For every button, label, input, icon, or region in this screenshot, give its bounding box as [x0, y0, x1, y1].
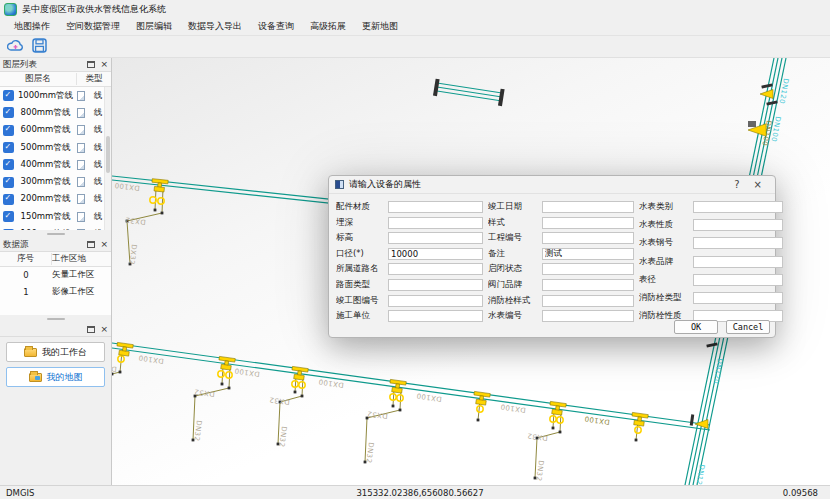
menu-item[interactable]: 地图操作 — [6, 18, 58, 35]
close-panel-icon[interactable]: × — [100, 325, 108, 334]
close-panel-icon[interactable]: × — [100, 240, 108, 249]
hydrant-symbol[interactable] — [473, 391, 491, 405]
layer-row[interactable]: 400mm管线线 — [0, 156, 111, 173]
layer-row[interactable]: 100mm管线线 — [0, 225, 111, 230]
layer-visibility-checkbox[interactable] — [3, 142, 14, 153]
hydrant-symbol[interactable] — [760, 90, 773, 99]
field-input[interactable] — [693, 237, 783, 249]
layer-visibility-checkbox[interactable] — [3, 90, 14, 101]
float-panel-icon[interactable] — [87, 241, 95, 248]
panel-splitter[interactable] — [0, 315, 111, 323]
layer-visibility-checkbox[interactable] — [3, 125, 14, 136]
map-label: DN120 — [712, 358, 724, 385]
dialog-field-row: 标高 — [336, 232, 483, 244]
layer-row[interactable]: 300mm管线线 — [0, 173, 111, 190]
field-label: 消防栓类型 — [639, 292, 693, 304]
layer-row[interactable]: 800mm管线线 — [0, 104, 111, 121]
field-input[interactable] — [693, 201, 783, 213]
layer-doc-icon — [77, 177, 85, 187]
pipeline[interactable] — [112, 343, 710, 425]
field-input[interactable] — [542, 232, 634, 244]
menu-bar: 地图操作空间数据管理图层编辑数据导入导出设备查询高级拓展更新地图 — [0, 18, 830, 36]
title-bar: 吴中度假区市政供水管线信息化系统 — [0, 0, 830, 18]
layer-name: 200mm管线 — [14, 193, 77, 205]
layer-doc-icon — [77, 125, 85, 135]
field-input[interactable] — [542, 263, 634, 275]
close-panel-icon[interactable]: × — [100, 60, 108, 69]
datasource-row[interactable]: 0矢量工作区 — [0, 267, 111, 284]
my-map-button[interactable]: 我的地图 — [6, 367, 105, 387]
field-input[interactable] — [388, 263, 483, 275]
menu-item[interactable]: 设备查询 — [250, 18, 302, 35]
layer-visibility-checkbox[interactable] — [3, 211, 14, 222]
dialog-close-button[interactable]: × — [747, 179, 769, 190]
layer-scrollbar[interactable] — [104, 87, 111, 230]
field-input[interactable] — [388, 310, 483, 322]
dialog-field-row: 水表品牌 — [639, 256, 783, 268]
field-input[interactable] — [542, 295, 634, 307]
app-icon — [4, 3, 17, 16]
dialog-help-button[interactable]: ? — [727, 179, 746, 190]
layer-visibility-checkbox[interactable] — [3, 194, 14, 205]
column-workspace: 工作区地 — [52, 253, 111, 265]
field-input[interactable] — [693, 292, 783, 304]
layer-visibility-checkbox[interactable] — [3, 229, 14, 230]
menu-item[interactable]: 更新地图 — [354, 18, 406, 35]
workspace-panel-titlebar: × — [0, 323, 111, 337]
field-input[interactable] — [388, 295, 483, 307]
layer-row[interactable]: 600mm管线线 — [0, 122, 111, 139]
field-input[interactable] — [542, 248, 634, 260]
field-input[interactable] — [542, 310, 634, 322]
float-panel-icon[interactable] — [87, 61, 95, 68]
field-input[interactable] — [388, 217, 483, 229]
datasource-panel-titlebar: 数据源 × — [0, 238, 111, 252]
dialog-title: 请输入设备的属性 — [349, 178, 727, 191]
field-input[interactable] — [388, 201, 483, 213]
layer-row[interactable]: 200mm管线线 — [0, 191, 111, 208]
datasource-workspace: 矢量工作区 — [52, 269, 111, 281]
layer-row[interactable]: 150mm管线线 — [0, 208, 111, 225]
datasource-table-header: 序号 工作区地 — [0, 252, 111, 267]
dialog-field-row: 施工单位 — [336, 310, 483, 322]
field-label: 竣工日期 — [488, 201, 542, 213]
layer-row[interactable]: 1000mm管线线 — [0, 87, 111, 104]
left-sidebar: 图层列表 × 图层名 类型 1000mm管线线800mm管线线600mm管线线5… — [0, 58, 112, 485]
field-input[interactable] — [388, 232, 483, 244]
dialog-column-3: 水表类别水表性质水表钢号水表品牌表径消防栓类型消防栓性质 — [639, 201, 783, 339]
menu-item[interactable]: 空间数据管理 — [58, 18, 128, 35]
layer-row[interactable]: 500mm管线线 — [0, 139, 111, 156]
layer-visibility-checkbox[interactable] — [3, 107, 14, 118]
map-canvas[interactable]: DX32DX32DX32DX32DN32DX32DN32DX32DN32DX32… — [112, 58, 830, 485]
pipe-fitting-marker — [706, 342, 717, 347]
dialog-field-row: 水表钢号 — [639, 237, 783, 249]
field-input[interactable] — [693, 219, 783, 231]
save-button[interactable] — [29, 37, 49, 56]
node-dot — [221, 383, 224, 386]
menu-item[interactable]: 数据导入导出 — [180, 18, 250, 35]
dialog-titlebar[interactable]: 请输入设备的属性 ? × — [329, 176, 775, 194]
cancel-button[interactable]: Cancel — [726, 320, 770, 334]
my-workbench-button[interactable]: 我的工作台 — [6, 342, 105, 362]
column-layer-name: 图层名 — [0, 73, 77, 85]
field-label: 口径(*) — [336, 248, 388, 260]
field-input[interactable] — [388, 248, 483, 260]
field-input[interactable] — [693, 274, 783, 286]
cloud-upload-button[interactable] — [5, 37, 25, 56]
layer-name: 800mm管线 — [14, 107, 77, 119]
layer-visibility-checkbox[interactable] — [3, 159, 14, 170]
app-window: 吴中度假区市政供水管线信息化系统 地图操作空间数据管理图层编辑数据导入导出设备查… — [0, 0, 830, 499]
ok-button[interactable]: OK — [674, 320, 718, 334]
field-input[interactable] — [693, 256, 783, 268]
menu-item[interactable]: 图层编辑 — [128, 18, 180, 35]
menu-item[interactable]: 高级拓展 — [302, 18, 354, 35]
field-input[interactable] — [542, 217, 634, 229]
folder-icon — [24, 348, 37, 357]
layer-visibility-checkbox[interactable] — [3, 177, 14, 188]
my-map-label: 我的地图 — [47, 371, 83, 384]
field-input[interactable] — [542, 201, 634, 213]
field-input[interactable] — [542, 279, 634, 291]
field-input[interactable] — [388, 279, 483, 291]
panel-splitter[interactable] — [0, 230, 111, 238]
datasource-row[interactable]: 1影像工作区 — [0, 284, 111, 301]
float-panel-icon[interactable] — [87, 326, 95, 333]
